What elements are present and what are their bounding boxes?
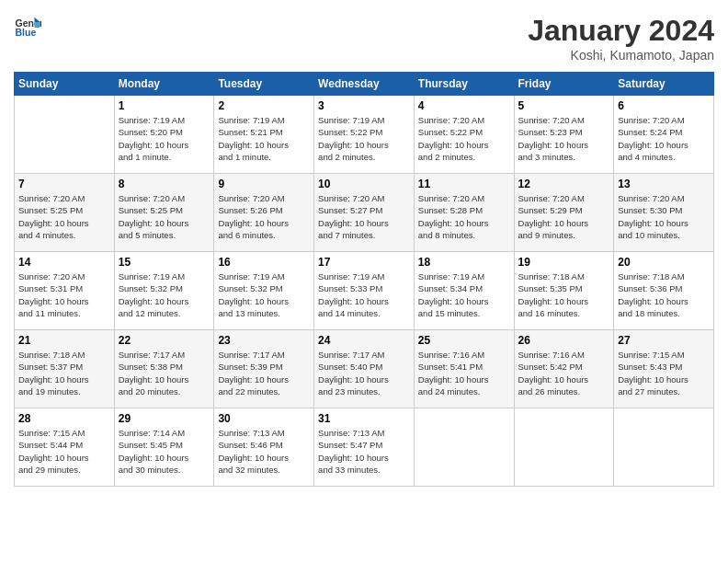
week-row-1: 7Sunrise: 7:20 AM Sunset: 5:25 PM Daylig… (15, 174, 714, 252)
day-cell: 18Sunrise: 7:19 AM Sunset: 5:34 PM Dayli… (414, 252, 514, 330)
col-saturday: Saturday (614, 73, 714, 96)
calendar-table: Sunday Monday Tuesday Wednesday Thursday… (14, 72, 714, 487)
day-number: 2 (218, 99, 310, 112)
location: Koshi, Kumamoto, Japan (528, 48, 714, 63)
day-cell: 12Sunrise: 7:20 AM Sunset: 5:29 PM Dayli… (514, 174, 614, 252)
day-info: Sunrise: 7:19 AM Sunset: 5:20 PM Dayligh… (119, 114, 210, 163)
svg-marker-3 (35, 22, 40, 28)
day-number: 19 (518, 256, 610, 269)
header: General Blue January 2024 Koshi, Kumamot… (14, 14, 714, 63)
day-cell: 28Sunrise: 7:15 AM Sunset: 5:44 PM Dayli… (15, 408, 115, 487)
day-info: Sunrise: 7:20 AM Sunset: 5:26 PM Dayligh… (218, 192, 310, 241)
day-cell: 27Sunrise: 7:15 AM Sunset: 5:43 PM Dayli… (614, 330, 714, 408)
day-cell: 5Sunrise: 7:20 AM Sunset: 5:23 PM Daylig… (514, 96, 614, 174)
title-area: January 2024 Koshi, Kumamoto, Japan (528, 14, 714, 63)
day-info: Sunrise: 7:18 AM Sunset: 5:36 PM Dayligh… (618, 270, 710, 319)
day-number: 27 (618, 334, 710, 347)
day-number: 12 (518, 178, 610, 190)
logo-icon: General Blue (14, 14, 41, 41)
day-cell (514, 408, 614, 487)
col-wednesday: Wednesday (314, 73, 415, 96)
day-info: Sunrise: 7:17 AM Sunset: 5:40 PM Dayligh… (318, 349, 410, 397)
logo: General Blue (14, 14, 41, 41)
day-info: Sunrise: 7:20 AM Sunset: 5:22 PM Dayligh… (418, 114, 510, 163)
day-number: 14 (18, 256, 110, 269)
day-info: Sunrise: 7:13 AM Sunset: 5:46 PM Dayligh… (218, 427, 310, 476)
day-info: Sunrise: 7:18 AM Sunset: 5:35 PM Dayligh… (518, 270, 610, 319)
day-number: 28 (18, 412, 110, 425)
day-info: Sunrise: 7:16 AM Sunset: 5:41 PM Dayligh… (418, 349, 510, 397)
week-row-2: 14Sunrise: 7:20 AM Sunset: 5:31 PM Dayli… (15, 252, 714, 330)
day-info: Sunrise: 7:20 AM Sunset: 5:23 PM Dayligh… (518, 114, 610, 163)
day-number: 10 (318, 178, 410, 190)
day-number: 18 (418, 256, 510, 269)
day-info: Sunrise: 7:17 AM Sunset: 5:39 PM Dayligh… (218, 349, 310, 397)
day-cell: 14Sunrise: 7:20 AM Sunset: 5:31 PM Dayli… (15, 252, 115, 330)
day-info: Sunrise: 7:20 AM Sunset: 5:24 PM Dayligh… (618, 114, 710, 163)
header-row: Sunday Monday Tuesday Wednesday Thursday… (15, 73, 714, 96)
day-number: 31 (318, 412, 410, 425)
day-cell: 2Sunrise: 7:19 AM Sunset: 5:21 PM Daylig… (214, 96, 314, 174)
day-number: 13 (618, 178, 710, 190)
day-info: Sunrise: 7:20 AM Sunset: 5:30 PM Dayligh… (618, 192, 710, 241)
day-cell: 15Sunrise: 7:19 AM Sunset: 5:32 PM Dayli… (114, 252, 214, 330)
day-number: 5 (518, 99, 610, 112)
day-cell: 30Sunrise: 7:13 AM Sunset: 5:46 PM Dayli… (214, 408, 314, 487)
day-info: Sunrise: 7:19 AM Sunset: 5:22 PM Dayligh… (318, 114, 410, 163)
calendar-page: General Blue January 2024 Koshi, Kumamot… (0, 0, 728, 563)
day-number: 30 (218, 412, 310, 425)
week-row-4: 28Sunrise: 7:15 AM Sunset: 5:44 PM Dayli… (15, 408, 714, 487)
day-number: 25 (418, 334, 510, 347)
week-row-3: 21Sunrise: 7:18 AM Sunset: 5:37 PM Dayli… (15, 330, 714, 408)
day-cell: 17Sunrise: 7:19 AM Sunset: 5:33 PM Dayli… (314, 252, 415, 330)
day-info: Sunrise: 7:20 AM Sunset: 5:27 PM Dayligh… (318, 192, 410, 241)
day-number: 1 (119, 99, 210, 112)
day-info: Sunrise: 7:20 AM Sunset: 5:29 PM Dayligh… (518, 192, 610, 241)
day-cell: 8Sunrise: 7:20 AM Sunset: 5:25 PM Daylig… (114, 174, 214, 252)
calendar-body: 1Sunrise: 7:19 AM Sunset: 5:20 PM Daylig… (15, 96, 714, 487)
day-info: Sunrise: 7:15 AM Sunset: 5:43 PM Dayligh… (618, 349, 710, 397)
col-thursday: Thursday (414, 73, 514, 96)
day-number: 17 (318, 256, 410, 269)
day-number: 11 (418, 178, 510, 190)
day-cell: 7Sunrise: 7:20 AM Sunset: 5:25 PM Daylig… (15, 174, 115, 252)
day-cell: 22Sunrise: 7:17 AM Sunset: 5:38 PM Dayli… (114, 330, 214, 408)
day-cell: 1Sunrise: 7:19 AM Sunset: 5:20 PM Daylig… (114, 96, 214, 174)
day-number: 24 (318, 334, 410, 347)
day-cell: 24Sunrise: 7:17 AM Sunset: 5:40 PM Dayli… (314, 330, 415, 408)
day-cell: 10Sunrise: 7:20 AM Sunset: 5:27 PM Dayli… (314, 174, 415, 252)
day-cell: 4Sunrise: 7:20 AM Sunset: 5:22 PM Daylig… (414, 96, 514, 174)
day-info: Sunrise: 7:15 AM Sunset: 5:44 PM Dayligh… (18, 427, 110, 476)
day-cell: 19Sunrise: 7:18 AM Sunset: 5:35 PM Dayli… (514, 252, 614, 330)
day-info: Sunrise: 7:19 AM Sunset: 5:34 PM Dayligh… (418, 270, 510, 319)
day-info: Sunrise: 7:20 AM Sunset: 5:25 PM Dayligh… (18, 192, 110, 241)
day-info: Sunrise: 7:19 AM Sunset: 5:32 PM Dayligh… (119, 270, 210, 319)
day-cell: 3Sunrise: 7:19 AM Sunset: 5:22 PM Daylig… (314, 96, 415, 174)
col-friday: Friday (514, 73, 614, 96)
col-sunday: Sunday (15, 73, 115, 96)
day-cell (614, 408, 714, 487)
col-monday: Monday (114, 73, 214, 96)
week-row-0: 1Sunrise: 7:19 AM Sunset: 5:20 PM Daylig… (15, 96, 714, 174)
day-number: 29 (119, 412, 210, 425)
day-info: Sunrise: 7:14 AM Sunset: 5:45 PM Dayligh… (119, 427, 210, 476)
day-number: 4 (418, 99, 510, 112)
day-cell (15, 96, 115, 174)
day-number: 16 (218, 256, 310, 269)
day-cell: 26Sunrise: 7:16 AM Sunset: 5:42 PM Dayli… (514, 330, 614, 408)
day-number: 21 (18, 334, 110, 347)
day-info: Sunrise: 7:18 AM Sunset: 5:37 PM Dayligh… (18, 349, 110, 397)
calendar-header: Sunday Monday Tuesday Wednesday Thursday… (15, 73, 714, 96)
day-info: Sunrise: 7:19 AM Sunset: 5:21 PM Dayligh… (218, 114, 310, 163)
svg-text:Blue: Blue (16, 27, 37, 38)
day-cell: 9Sunrise: 7:20 AM Sunset: 5:26 PM Daylig… (214, 174, 314, 252)
day-cell: 6Sunrise: 7:20 AM Sunset: 5:24 PM Daylig… (614, 96, 714, 174)
day-number: 20 (618, 256, 710, 269)
day-number: 22 (119, 334, 210, 347)
day-number: 7 (18, 178, 110, 190)
day-number: 3 (318, 99, 410, 112)
day-cell: 29Sunrise: 7:14 AM Sunset: 5:45 PM Dayli… (114, 408, 214, 487)
day-cell: 16Sunrise: 7:19 AM Sunset: 5:32 PM Dayli… (214, 252, 314, 330)
col-tuesday: Tuesday (214, 73, 314, 96)
day-cell: 13Sunrise: 7:20 AM Sunset: 5:30 PM Dayli… (614, 174, 714, 252)
